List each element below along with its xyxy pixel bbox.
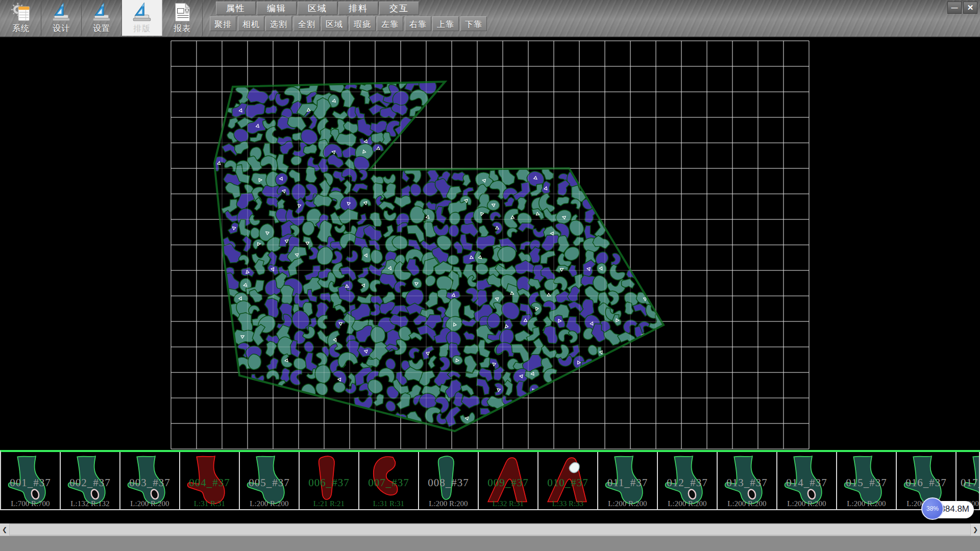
tool-button-snap-down[interactable]: 下靠 bbox=[460, 16, 487, 31]
piece-name: 010_#37 bbox=[538, 477, 597, 489]
percent-badge: 38% bbox=[921, 497, 944, 520]
thumbnail-cell[interactable]: 007_#37L:31 R:31 bbox=[359, 452, 419, 509]
piece-lr-label: L:700 R:700 bbox=[1, 499, 60, 508]
application-window: 系统设计设置排版报表 属性编辑区域排料交互 聚排相机选割全割区域瑕疵左靠右靠上靠… bbox=[0, 0, 980, 551]
tool-button-camera[interactable]: 相机 bbox=[238, 16, 264, 31]
main-button-label: 设计 bbox=[41, 23, 81, 34]
thumbnail-cell[interactable]: 009_#37L:32 R:31 bbox=[479, 452, 538, 509]
piece-name: 001_#37 bbox=[1, 477, 60, 489]
piece-name: 006_#37 bbox=[300, 477, 358, 489]
menu-tab-interact[interactable]: 交互 bbox=[379, 2, 419, 15]
main-button-report[interactable]: 报表 bbox=[162, 0, 203, 36]
piece-lr-label: L:200 R:200 bbox=[419, 499, 478, 508]
system-icon bbox=[10, 2, 32, 23]
thumbnail-cell[interactable]: 015_#37L:200 R:200 bbox=[837, 452, 897, 509]
thumbnail-cell[interactable]: 011_#37L:200 R:200 bbox=[598, 452, 658, 509]
piece-lr-label: L:200 R:200 bbox=[120, 499, 179, 508]
piece-name: 007_#37 bbox=[359, 477, 418, 489]
tool-button-defect[interactable]: 瑕疵 bbox=[349, 16, 376, 31]
tool-button-cut-all[interactable]: 全割 bbox=[293, 16, 320, 31]
menu-tab-region[interactable]: 区域 bbox=[298, 2, 337, 15]
horizontal-scrollbar[interactable]: ❮ ❯ bbox=[0, 523, 980, 536]
piece-lr-label: L:33 R:33 bbox=[538, 499, 597, 508]
piece-lr-label: L:132 R:132 bbox=[61, 499, 119, 508]
tool-button-region[interactable]: 区域 bbox=[321, 16, 348, 31]
piece-name: 012_#37 bbox=[658, 477, 717, 489]
thumbnail-cell[interactable]: 004_#37L:31 R:31 bbox=[180, 452, 240, 509]
piece-lr-label: L:200 R:200 bbox=[777, 499, 836, 508]
piece-lr-label: L:32 R:31 bbox=[479, 499, 537, 508]
tool-button-select-cut[interactable]: 选割 bbox=[265, 16, 292, 31]
piece-lr-label: L:200 R:200 bbox=[718, 499, 776, 508]
main-button-system[interactable]: 系统 bbox=[1, 0, 41, 36]
tool-button-snap-left[interactable]: 左靠 bbox=[377, 16, 403, 31]
piece-name: 002_#37 bbox=[61, 477, 119, 489]
piece-name: 014_#37 bbox=[777, 477, 836, 489]
thumbnail-cell[interactable]: 005_#37L:200 R:200 bbox=[240, 452, 300, 509]
thumbnail-cell[interactable]: 010_#37L:33 R:33 bbox=[538, 452, 598, 509]
layout-icon bbox=[131, 2, 153, 23]
memory-overlay-widget[interactable]: 384.8M 38% bbox=[925, 501, 974, 518]
thumbnail-cell[interactable]: 003_#37L:200 R:200 bbox=[120, 452, 180, 509]
piece-lr-label: L:200 R:200 bbox=[837, 499, 896, 508]
nesting-canvas[interactable] bbox=[0, 38, 980, 450]
main-button-label: 排版 bbox=[122, 23, 162, 34]
piece-lr-label: L:200 R:200 bbox=[658, 499, 717, 508]
scrollbar-thumb[interactable] bbox=[9, 524, 971, 535]
piece-name: 008_#37 bbox=[419, 477, 478, 489]
thumbnail-cell[interactable]: 001_#37L:700 R:700 bbox=[1, 452, 61, 509]
status-bar bbox=[0, 536, 980, 551]
menu-tab-edit[interactable]: 编辑 bbox=[257, 2, 297, 15]
main-button-label: 系统 bbox=[1, 23, 41, 34]
piece-name: 004_#37 bbox=[180, 477, 239, 489]
piece-name: 005_#37 bbox=[240, 477, 299, 489]
thumbnail-cell[interactable]: 002_#37L:132 R:132 bbox=[61, 452, 120, 509]
main-button-label: 报表 bbox=[162, 23, 202, 34]
scroll-left-arrow[interactable]: ❮ bbox=[0, 523, 9, 536]
design-icon bbox=[51, 2, 72, 23]
piece-lr-label: L:200 R:200 bbox=[240, 499, 299, 508]
settings-icon bbox=[91, 2, 112, 23]
tool-button-snap-right[interactable]: 右靠 bbox=[405, 16, 431, 31]
piece-lr-label: L:200 R:200 bbox=[598, 499, 657, 508]
minimize-button[interactable]: — bbox=[947, 2, 962, 14]
tool-button-cluster-nest[interactable]: 聚排 bbox=[210, 16, 236, 31]
piece-thumbnail-strip: 001_#37L:700 R:700002_#37L:132 R:132003_… bbox=[0, 450, 980, 510]
piece-lr-label: L:21 R:21 bbox=[300, 499, 358, 508]
main-button-layout[interactable]: 排版 bbox=[122, 0, 162, 36]
piece-name: 013_#37 bbox=[718, 477, 776, 489]
thumbnail-cell[interactable]: 014_#37L:200 R:200 bbox=[777, 452, 837, 509]
thumbnail-cell[interactable]: 013_#37L:200 R:200 bbox=[718, 452, 777, 509]
report-icon bbox=[172, 2, 193, 23]
piece-name: 015_#37 bbox=[837, 477, 896, 489]
tool-button-snap-up[interactable]: 上靠 bbox=[432, 16, 459, 31]
thumbnail-cell[interactable]: 006_#37L:21 R:21 bbox=[300, 452, 359, 509]
close-button[interactable]: ✕ bbox=[963, 2, 977, 14]
piece-name: 009_#37 bbox=[479, 477, 537, 489]
piece-lr-label: L:31 R:31 bbox=[180, 499, 239, 508]
menu-tab-properties[interactable]: 属性 bbox=[216, 2, 256, 15]
thumbnail-cell[interactable]: 008_#37L:200 R:200 bbox=[419, 452, 479, 509]
thumbnail-cell[interactable]: 012_#37L:200 R:200 bbox=[658, 452, 718, 509]
main-button-label: 设置 bbox=[82, 23, 121, 34]
memory-value: 384.8M bbox=[940, 504, 969, 514]
main-button-settings[interactable]: 设置 bbox=[82, 0, 122, 36]
piece-name: 011_#37 bbox=[598, 477, 657, 489]
piece-lr-label: L:31 R:31 bbox=[359, 499, 418, 508]
piece-name: 016_#37 bbox=[897, 477, 955, 489]
piece-name: 003_#37 bbox=[120, 477, 179, 489]
scroll-right-arrow[interactable]: ❯ bbox=[971, 523, 980, 536]
main-button-design[interactable]: 设计 bbox=[41, 0, 82, 36]
menu-tab-nesting[interactable]: 排料 bbox=[338, 2, 378, 15]
piece-name: 017_#37 bbox=[957, 477, 980, 489]
top-toolbar: 系统设计设置排版报表 属性编辑区域排料交互 聚排相机选割全割区域瑕疵左靠右靠上靠… bbox=[0, 0, 980, 38]
